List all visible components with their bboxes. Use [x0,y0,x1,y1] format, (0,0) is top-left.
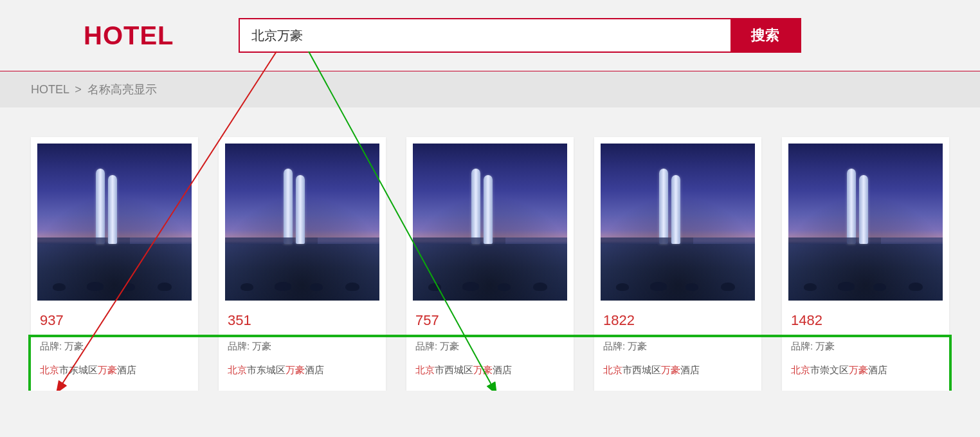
hotel-image [31,137,198,307]
hotel-image [782,137,949,307]
search-bar: 搜索 [239,18,801,53]
breadcrumb-current: 名称高亮显示 [87,83,157,96]
hotel-image [594,137,761,307]
result-card[interactable]: 1822品牌: 万豪北京市西城区万豪酒店 [594,137,761,391]
hotel-image [219,137,386,307]
hotel-brand: 品牌: 万豪 [791,340,940,353]
hotel-brand: 品牌: 万豪 [228,340,377,353]
hotel-brand: 品牌: 万豪 [415,340,565,353]
search-button[interactable]: 搜索 [730,19,800,51]
result-card[interactable]: 757品牌: 万豪北京市西城区万豪酒店 [406,137,574,391]
hotel-image [406,137,574,307]
hotel-name: 北京市东城区万豪酒店 [228,364,377,377]
result-card[interactable]: 1482品牌: 万豪北京市崇文区万豪酒店 [782,137,949,391]
hotel-price: 1482 [791,312,940,329]
hotel-price: 351 [228,312,377,329]
hotel-name: 北京市崇文区万豪酒店 [791,364,940,377]
header: HOTEL 搜索 [0,0,980,71]
site-logo: HOTEL [84,21,174,50]
results-row: 937品牌: 万豪北京市东城区万豪酒店351品牌: 万豪北京市东城区万豪酒店75… [0,137,980,391]
hotel-price: 937 [40,312,189,329]
result-card[interactable]: 937品牌: 万豪北京市东城区万豪酒店 [31,137,198,391]
hotel-name: 北京市西城区万豪酒店 [603,364,752,377]
breadcrumb-separator: > [75,83,82,96]
hotel-brand: 品牌: 万豪 [603,340,752,353]
breadcrumb-root[interactable]: HOTEL [31,83,69,96]
breadcrumb: HOTEL > 名称高亮显示 [0,71,980,107]
hotel-brand: 品牌: 万豪 [40,340,189,353]
result-card[interactable]: 351品牌: 万豪北京市东城区万豪酒店 [219,137,386,391]
spacer [0,107,980,137]
hotel-price: 1822 [603,312,752,329]
hotel-name: 北京市东城区万豪酒店 [40,364,189,377]
hotel-name: 北京市西城区万豪酒店 [415,364,565,377]
hotel-price: 757 [415,312,565,329]
search-input[interactable] [240,19,730,51]
